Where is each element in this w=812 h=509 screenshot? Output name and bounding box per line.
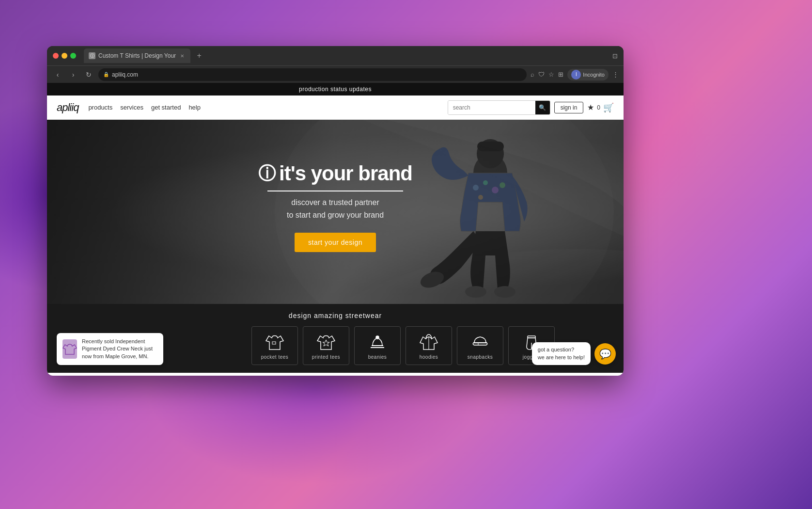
hero-subtitle-line2: to start and grow your brand <box>258 209 412 222</box>
hoodies-label: hoodies <box>420 354 438 360</box>
hero-exclamation-icon: ⓘ <box>258 162 275 186</box>
product-card-pocket-tees[interactable]: pocket tees <box>251 326 298 365</box>
address-bar[interactable]: 🔒 apliiq.com <box>98 68 527 81</box>
hero-content: ⓘ it's your brand discover a trusted par… <box>258 162 412 252</box>
split-view-icon[interactable]: ⊞ <box>558 71 563 78</box>
recently-sold-shirt-icon <box>62 342 77 356</box>
url-text: apliiq.com <box>112 71 138 78</box>
printed-tees-icon <box>316 332 336 351</box>
chat-line2: we are here to help! <box>538 354 585 361</box>
site-nav: apliiq products services get started hel… <box>47 95 624 120</box>
hero-person-svg <box>406 125 575 304</box>
forward-button[interactable]: › <box>67 69 79 80</box>
search-browser-icon[interactable]: ⌕ <box>531 71 534 78</box>
bookmark-icon[interactable]: ☆ <box>548 71 554 78</box>
tab-close-button[interactable]: ✕ <box>179 52 186 59</box>
product-card-hoodies[interactable]: hoodies <box>406 326 452 365</box>
shield-icon: 🛡 <box>538 71 545 78</box>
website-content: production status updates apliiq product… <box>47 83 624 376</box>
snapbacks-label: snapbacks <box>468 354 493 360</box>
svg-point-6 <box>492 187 499 193</box>
window-controls-icon: ⊡ <box>612 52 618 60</box>
beanies-label: beanies <box>368 354 387 360</box>
hoodies-icon <box>419 332 438 351</box>
wishlist-icon[interactable]: ★ <box>587 103 594 112</box>
product-card-snapbacks[interactable]: snapbacks <box>457 326 503 365</box>
site-logo[interactable]: apliiq <box>57 101 78 114</box>
svg-point-9 <box>465 286 486 298</box>
cart-count: 0 <box>597 104 600 111</box>
nav-link-help[interactable]: help <box>188 104 201 111</box>
svg-rect-12 <box>272 342 276 344</box>
hero-cta-button[interactable]: start your design <box>295 233 376 252</box>
tab-favicon: ⓘ <box>89 52 95 59</box>
nav-link-get-started[interactable]: get started <box>151 104 181 111</box>
svg-point-7 <box>478 195 483 200</box>
nav-search: 🔍 sign in ★ 0 🛒 <box>448 100 614 115</box>
section-title: design amazing streetwear <box>57 312 614 319</box>
snapbacks-icon <box>470 332 490 351</box>
chat-widget: got a question? we are here to help! 💬 <box>532 342 616 365</box>
top-banner: production status updates <box>47 83 624 95</box>
search-input[interactable] <box>448 100 535 115</box>
svg-point-5 <box>483 180 488 185</box>
avatar: I <box>571 70 581 80</box>
printed-tees-label: printed tees <box>312 354 340 360</box>
nav-link-services[interactable]: services <box>120 104 143 111</box>
hero-title-text: it's your brand <box>279 162 412 185</box>
bottom-section: design amazing streetwear pocket tees <box>47 304 624 373</box>
product-card-printed-tees[interactable]: printed tees <box>303 326 349 365</box>
recently-sold-text: Recently sold Independent Pigment Dyed C… <box>82 338 157 360</box>
chat-open-button[interactable]: 💬 <box>594 343 616 365</box>
hero-divider <box>267 191 403 191</box>
product-card-beanies[interactable]: beanies <box>354 326 401 365</box>
chat-bubble: got a question? we are here to help! <box>532 342 591 365</box>
pocket-tees-label: pocket tees <box>261 354 289 360</box>
traffic-lights <box>53 53 76 59</box>
cart-area: ★ 0 🛒 <box>587 102 614 113</box>
nav-links: products services get started help <box>88 104 201 111</box>
back-button[interactable]: ‹ <box>52 69 63 80</box>
recently-sold-popup: Recently sold Independent Pigment Dyed C… <box>57 333 163 365</box>
hero-subtitle-line1: discover a trusted partner <box>258 196 412 209</box>
reload-button[interactable]: ↻ <box>83 69 94 80</box>
search-wrapper: 🔍 <box>448 100 550 115</box>
recently-sold-image <box>62 339 77 359</box>
beanies-icon <box>368 332 387 351</box>
hero-section: ⓘ it's your brand discover a trusted par… <box>47 120 624 304</box>
svg-point-10 <box>494 286 515 298</box>
browser-menu-button[interactable]: ⋮ <box>612 71 619 78</box>
chat-line1: got a question? <box>538 346 585 353</box>
svg-rect-3 <box>477 142 504 151</box>
lock-icon: 🔒 <box>103 72 109 77</box>
tab-title: Custom T Shirts | Design Your <box>98 52 176 59</box>
profile-label: Incognito <box>583 72 605 78</box>
traffic-light-yellow[interactable] <box>62 53 67 59</box>
tab-bar: ⓘ Custom T Shirts | Design Your ✕ + <box>84 48 609 63</box>
browser-titlebar: ⓘ Custom T Shirts | Design Your ✕ + ⊡ <box>47 46 624 65</box>
sign-in-button[interactable]: sign in <box>554 102 584 113</box>
svg-point-4 <box>473 185 479 191</box>
svg-point-8 <box>500 182 505 188</box>
hero-title: ⓘ it's your brand <box>258 162 412 186</box>
search-submit-button[interactable]: 🔍 <box>535 100 550 115</box>
chat-icon: 💬 <box>599 348 611 360</box>
traffic-light-green[interactable] <box>70 53 76 59</box>
profile-button[interactable]: I Incognito <box>567 69 609 80</box>
pocket-tees-icon <box>265 332 284 351</box>
svg-point-16 <box>376 336 379 339</box>
banner-text: production status updates <box>299 86 372 93</box>
traffic-light-red[interactable] <box>53 53 59 59</box>
browser-window: ⓘ Custom T Shirts | Design Your ✕ + ⊡ ‹ … <box>47 46 624 376</box>
new-tab-button[interactable]: + <box>192 49 206 63</box>
cart-icon[interactable]: 🛒 <box>603 102 614 113</box>
nav-link-products[interactable]: products <box>88 104 112 111</box>
hero-subtitle: discover a trusted partner to start and … <box>258 196 412 221</box>
svg-marker-13 <box>323 340 329 346</box>
browser-nav: ‹ › ↻ 🔒 apliiq.com ⌕ 🛡 ☆ ⊞ I Incognito ⋮ <box>47 65 624 83</box>
browser-tab-active[interactable]: ⓘ Custom T Shirts | Design Your ✕ <box>84 48 190 63</box>
